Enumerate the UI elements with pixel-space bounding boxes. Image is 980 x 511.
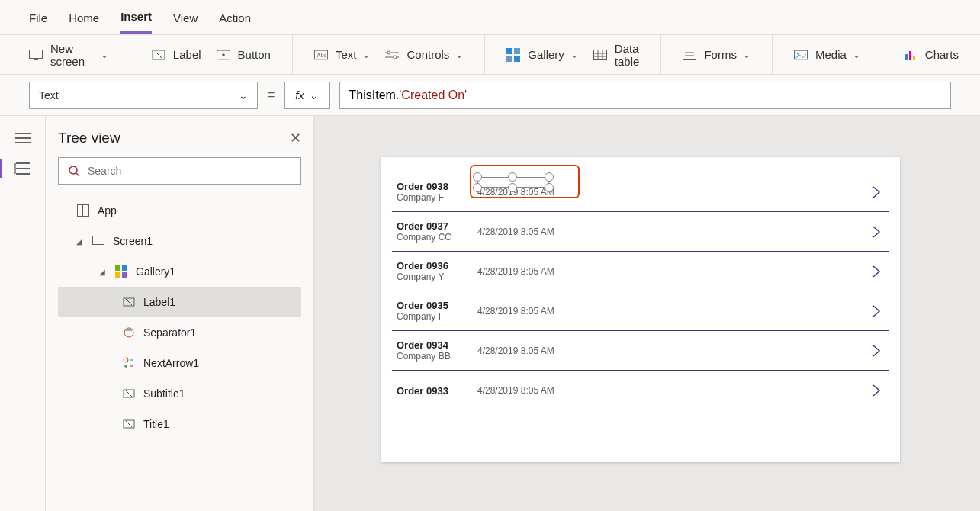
svg-rect-26 xyxy=(909,51,911,60)
list-item[interactable]: Order 0934 Company BB 4/28/2019 8:05 AM xyxy=(392,331,889,371)
insert-button-button[interactable]: Button xyxy=(217,48,271,62)
menu-view[interactable]: View xyxy=(173,2,198,33)
tree-node-separator[interactable]: Separator1 xyxy=(58,317,301,348)
gallery-preview[interactable]: Order 0938 Company F 4/28/2019 8:05 AM O… xyxy=(381,157,900,426)
forms-dropdown[interactable]: Forms ⌄ xyxy=(683,48,750,62)
text-dropdown-label: Text xyxy=(336,48,357,61)
forms-dropdown-label: Forms xyxy=(704,48,737,61)
collapse-icon[interactable]: ◢ xyxy=(76,237,84,246)
list-item[interactable]: Order 0935 Company I 4/28/2019 8:05 AM xyxy=(392,291,889,331)
svg-rect-34 xyxy=(78,205,83,217)
text-dropdown[interactable]: Abc Text ⌄ xyxy=(314,48,371,62)
next-arrow-icon[interactable] xyxy=(868,184,885,201)
svg-point-10 xyxy=(394,56,397,59)
tree-node-label: Subtitle1 xyxy=(143,387,185,400)
charts-dropdown-label: Charts xyxy=(925,48,959,61)
tree-node-label: Gallery1 xyxy=(136,265,175,278)
svg-line-32 xyxy=(76,173,79,176)
list-item[interactable]: Order 0938 Company F 4/28/2019 8:05 AM xyxy=(392,172,889,212)
order-date: 4/28/2019 8:05 AM xyxy=(477,345,554,356)
chevron-down-icon: ⌄ xyxy=(101,50,108,60)
formula-token-string: 'Created On' xyxy=(399,88,467,102)
svg-rect-35 xyxy=(93,236,104,245)
svg-point-24 xyxy=(797,52,799,54)
equals-sign: = xyxy=(267,87,275,103)
selection-handle[interactable] xyxy=(473,183,482,192)
tree-node-subtitle[interactable]: Subtitle1 xyxy=(58,378,301,409)
tree-search[interactable] xyxy=(58,157,301,185)
tree-search-input[interactable] xyxy=(88,165,291,177)
menu-file[interactable]: File xyxy=(29,2,47,33)
svg-rect-12 xyxy=(514,48,520,54)
tree-view-icon[interactable] xyxy=(14,160,31,177)
gallery-dropdown[interactable]: Gallery ⌄ xyxy=(506,48,578,62)
nextarrow-icon xyxy=(122,356,136,370)
selection-handle[interactable] xyxy=(545,183,554,192)
close-icon[interactable]: ✕ xyxy=(290,130,301,146)
fx-label: fx xyxy=(295,88,304,101)
list-item[interactable]: Order 0936 Company Y 4/28/2019 8:05 AM xyxy=(392,252,889,291)
next-arrow-icon[interactable] xyxy=(868,303,885,320)
ribbon: New screen ⌄ Label Button Abc Text ⌄ xyxy=(0,35,980,75)
table-icon xyxy=(593,48,607,62)
tree-node-label: Screen1 xyxy=(113,235,153,247)
svg-point-42 xyxy=(124,358,128,362)
selection-handle[interactable] xyxy=(545,172,554,182)
collapse-icon[interactable]: ◢ xyxy=(99,268,107,276)
tree-node-screen[interactable]: ◢ Screen1 xyxy=(58,226,301,256)
order-title: Order 0933 xyxy=(397,385,461,397)
formula-token-object: ThisItem xyxy=(349,88,396,102)
chevron-down-icon: ⌄ xyxy=(362,50,370,60)
svg-rect-37 xyxy=(122,265,127,271)
menu-action[interactable]: Action xyxy=(219,2,251,33)
order-title: Order 0934 xyxy=(397,339,461,351)
next-arrow-icon[interactable] xyxy=(868,382,885,399)
screen-icon xyxy=(29,48,43,62)
label-icon xyxy=(122,417,136,431)
menu-home[interactable]: Home xyxy=(69,2,99,33)
hamburger-icon[interactable] xyxy=(14,130,31,146)
selection-handle[interactable] xyxy=(508,172,517,182)
selection-handle[interactable] xyxy=(473,172,482,182)
list-item[interactable]: Order 0937 Company CC 4/28/2019 8:05 AM xyxy=(392,212,889,252)
chevron-down-icon: ⌄ xyxy=(239,89,248,101)
tree-node-nextarrow[interactable]: NextArrow1 xyxy=(58,348,301,378)
data-table-button[interactable]: Data table xyxy=(593,42,640,68)
app-rail xyxy=(0,116,46,511)
tree-view-title: Tree view xyxy=(58,130,120,146)
next-arrow-icon[interactable] xyxy=(868,342,885,359)
svg-point-9 xyxy=(387,51,390,54)
next-arrow-icon[interactable] xyxy=(868,223,885,240)
canvas[interactable]: Order 0938 Company F 4/28/2019 8:05 AM O… xyxy=(314,116,980,511)
body: Tree view ✕ App ◢ Screen1 ◢ Gallery1 La xyxy=(0,116,980,511)
order-subtitle: Company BB xyxy=(397,351,461,362)
label-icon xyxy=(122,295,136,309)
controls-dropdown[interactable]: Controls ⌄ xyxy=(385,48,463,62)
tree-node-app[interactable]: App xyxy=(58,195,301,226)
insert-label-label: Label xyxy=(173,48,201,61)
tree-node-label1[interactable]: Label1 xyxy=(58,287,301,317)
separator-icon xyxy=(122,326,136,339)
order-subtitle: Company F xyxy=(397,192,461,203)
menu-insert[interactable]: Insert xyxy=(120,1,152,34)
order-date: 4/28/2019 8:05 AM xyxy=(477,227,554,237)
next-arrow-icon[interactable] xyxy=(868,263,885,280)
svg-rect-38 xyxy=(115,272,120,278)
tree-node-gallery[interactable]: ◢ Gallery1 xyxy=(58,256,301,287)
data-table-label: Data table xyxy=(615,42,640,68)
tree-node-title[interactable]: Title1 xyxy=(58,409,301,439)
insert-label-button[interactable]: Label xyxy=(152,48,201,62)
screen-preview[interactable]: Order 0938 Company F 4/28/2019 8:05 AM O… xyxy=(381,157,900,462)
formula-input[interactable]: ThisItem.'Created On' xyxy=(339,82,951,109)
selection-handle[interactable] xyxy=(508,183,517,192)
fx-button[interactable]: fx ⌄ xyxy=(284,82,330,109)
media-dropdown[interactable]: Media ⌄ xyxy=(794,48,860,62)
order-title: Order 0937 xyxy=(397,220,461,232)
new-screen-button[interactable]: New screen ⌄ xyxy=(29,42,108,68)
order-date: 4/28/2019 8:05 AM xyxy=(477,385,554,396)
property-selector[interactable]: Text ⌄ xyxy=(29,82,258,109)
gallery-dropdown-label: Gallery xyxy=(528,48,564,61)
charts-dropdown[interactable]: Charts xyxy=(904,48,959,62)
gallery-icon xyxy=(114,265,128,278)
list-item[interactable]: Order 0933 4/28/2019 8:05 AM xyxy=(392,371,889,410)
